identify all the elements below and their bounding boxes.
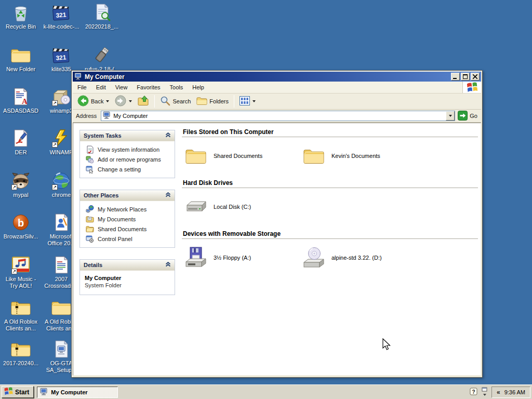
- desktop-icon-label: A Old Roblox Clients an...: [1, 318, 41, 332]
- views-dropdown-icon[interactable]: [252, 100, 256, 102]
- place-control-panel[interactable]: Control Panel: [81, 234, 174, 244]
- task-add-or-remove-programs[interactable]: Add or remove programs: [81, 154, 174, 164]
- hidden-icons-chevron[interactable]: «: [497, 389, 500, 396]
- my-computer-icon: [74, 73, 83, 81]
- my-computer-icon: [103, 112, 111, 120]
- address-input[interactable]: My Computer: [101, 111, 455, 121]
- task-change-a-setting[interactable]: Change a setting: [81, 164, 174, 174]
- desktop-icon-label: ASDASDASD: [1, 108, 41, 114]
- forward-dropdown-icon[interactable]: [129, 100, 132, 102]
- sysinfo-icon: [86, 145, 94, 153]
- toolbar-separator: [234, 95, 234, 108]
- task-label: My Computer: [51, 389, 87, 395]
- desktop-icon-asdasdasd[interactable]: AASDASDASD: [1, 87, 41, 114]
- file-item-local-disk-c-[interactable]: Local Disk (C:): [184, 195, 302, 219]
- file-item-shared-documents[interactable]: Shared Documents: [184, 144, 302, 168]
- search-button[interactable]: Search: [158, 95, 193, 108]
- collapse-chevron-icon[interactable]: [165, 132, 171, 139]
- mouse-cursor: [382, 338, 392, 353]
- back-button[interactable]: Back: [75, 94, 111, 109]
- place-shared-documents[interactable]: Shared Documents: [81, 224, 174, 234]
- file-item-label: Shared Documents: [214, 153, 262, 159]
- place-my-network-places[interactable]: My Network Places: [81, 204, 174, 214]
- clapper-icon: 321: [51, 46, 72, 64]
- desktop-icon-klite-codec[interactable]: 321k-lite-codec-...: [42, 3, 81, 30]
- music-icon: ↗: [10, 256, 31, 274]
- taskbar-task-my-computer[interactable]: My Computer: [37, 387, 118, 398]
- windows-flag-icon: [4, 387, 13, 397]
- desktop-icon-new-folder[interactable]: New Folder: [1, 46, 41, 73]
- my-computer-icon: [40, 388, 48, 396]
- help-tray-icon[interactable]: ?: [470, 388, 478, 397]
- maximize-button[interactable]: [461, 73, 470, 81]
- details-panel: Details My Computer System Folder: [79, 259, 175, 295]
- desktop-icon-der[interactable]: DER: [1, 129, 41, 156]
- officedoc-icon: [51, 213, 72, 232]
- sidebar-item-label: My Documents: [98, 216, 136, 222]
- place-my-documents[interactable]: My Documents: [81, 214, 174, 224]
- system-tasks-header[interactable]: System Tasks: [80, 130, 175, 141]
- desktop-icon-klite335[interactable]: 321klite335: [42, 46, 81, 73]
- folders-button[interactable]: Folders: [194, 96, 231, 108]
- network-icon: [86, 205, 94, 213]
- sharedfolder-icon: [86, 225, 94, 233]
- go-button[interactable]: Go: [458, 111, 480, 122]
- toolbar: Back Search Folders: [73, 94, 481, 110]
- minimize-button[interactable]: [451, 73, 460, 81]
- file-item-alpine-std-3-22-d-[interactable]: alpine-std 3.22. (D:): [302, 246, 420, 270]
- task-view-system-information[interactable]: View system information: [81, 144, 174, 154]
- desktop-icon-aol-music[interactable]: ↗Like Music - Try AOL!: [1, 256, 41, 289]
- collapse-chevron-icon[interactable]: [165, 192, 171, 198]
- menu-item-favorites[interactable]: Favorites: [132, 82, 165, 93]
- system-tray: ? « 9:36 AM: [470, 387, 530, 398]
- collapse-chevron-icon[interactable]: [165, 262, 171, 268]
- desktop-icon-label: Like Music - Try AOL!: [1, 276, 41, 289]
- address-dropdown-button[interactable]: [446, 111, 455, 121]
- up-button[interactable]: [136, 95, 151, 108]
- search-label: Search: [172, 98, 191, 104]
- details-header[interactable]: Details: [80, 260, 175, 271]
- menu-item-tools[interactable]: Tools: [165, 82, 188, 93]
- file-item-3½-floppy-a-[interactable]: 3½ Floppy (A:): [184, 246, 302, 270]
- hdd-icon: [184, 195, 208, 219]
- desktop-icon-mypal[interactable]: ↗mypal: [1, 171, 41, 198]
- folders-icon: [196, 97, 207, 107]
- shortcut-arrow-icon: ↗: [11, 269, 17, 274]
- desktop-icon-rufus[interactable]: rufus-2.18-(...: [82, 46, 122, 73]
- forward-button[interactable]: [113, 94, 134, 109]
- menu-item-edit[interactable]: Edit: [91, 82, 111, 93]
- desktop-icon-browzar[interactable]: bBrowzarSilv...: [1, 213, 41, 240]
- back-dropdown-icon[interactable]: [106, 100, 109, 102]
- close-button[interactable]: [471, 73, 480, 81]
- other-places-header[interactable]: Other Places: [80, 190, 175, 201]
- zipfolder-icon: [10, 298, 31, 317]
- folder-icon: [302, 144, 326, 168]
- address-bar: Address My Computer Go: [73, 110, 481, 123]
- menu-item-help[interactable]: Help: [188, 82, 209, 93]
- window-titlebar[interactable]: My Computer: [73, 72, 481, 82]
- shortcut-arrow-icon: ↗: [11, 184, 17, 190]
- details-item-type: System Folder: [85, 282, 170, 288]
- desktop-icon-label: k-lite-codec-...: [42, 23, 81, 30]
- desktop-icon-recycle-bin[interactable]: Recycle Bin: [1, 3, 41, 30]
- go-icon: [458, 111, 468, 122]
- desktop-icon-archive-2017[interactable]: 2017-20240...: [1, 340, 41, 367]
- section-title: Hard Disk Drives: [182, 174, 478, 187]
- window-tray-icon[interactable]: [482, 387, 488, 397]
- desktop-icon-20220218[interactable]: 20220218_...: [82, 3, 122, 30]
- window-title: My Computer: [85, 73, 450, 81]
- addremove-icon: [86, 155, 94, 163]
- folders-label: Folders: [209, 98, 229, 104]
- shortcut-arrow-icon: ↗: [52, 100, 58, 106]
- start-button[interactable]: Start: [2, 386, 34, 398]
- boxcd-icon: ↗: [51, 87, 72, 106]
- up-folder-icon: [138, 96, 149, 107]
- menu-item-view[interactable]: View: [111, 82, 132, 93]
- svg-text:?: ?: [472, 389, 475, 394]
- file-item-kevin-s-documents[interactable]: Kevin's Documents: [302, 144, 420, 168]
- svg-text:A: A: [22, 97, 28, 105]
- menu-item-file[interactable]: File: [73, 82, 91, 93]
- desktop-icon-roblox-zip[interactable]: A Old Roblox Clients an...: [1, 298, 41, 332]
- views-button[interactable]: [237, 95, 258, 108]
- desktop-icon-label: 2017-20240...: [1, 360, 41, 367]
